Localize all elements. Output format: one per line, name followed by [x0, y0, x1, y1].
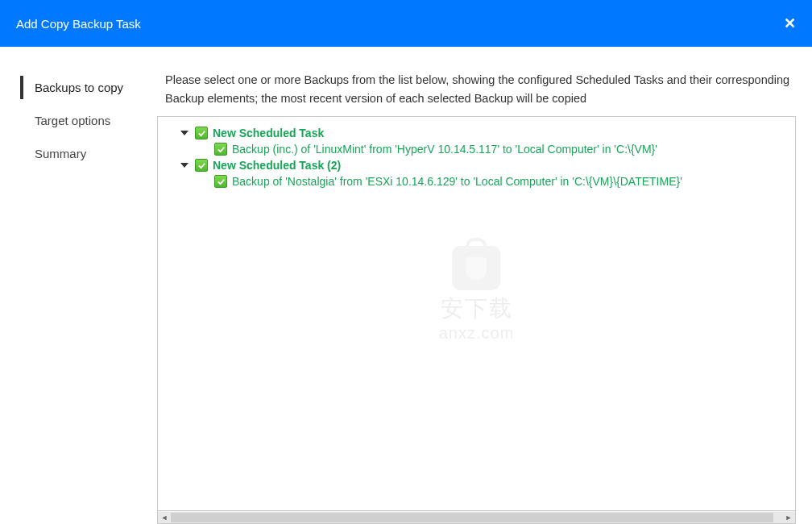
dialog-header: Add Copy Backup Task ✕ [0, 0, 812, 47]
watermark-en: anxz.com [439, 324, 515, 343]
sidebar-item-label: Backups to copy [35, 81, 123, 94]
scroll-track[interactable] [171, 512, 782, 523]
tree-task-label: New Scheduled Task [213, 127, 324, 139]
watermark: 安下载 anxz.com [439, 246, 515, 343]
sidebar-item-label: Summary [35, 147, 86, 160]
tree-backup-node[interactable]: Backup of 'Nostalgia' from 'ESXi 10.14.6… [214, 173, 787, 189]
scroll-thumb[interactable] [171, 513, 773, 522]
sidebar-item-summary[interactable]: Summary [20, 137, 157, 170]
tree-backup-node[interactable]: Backup (inc.) of 'LinuxMint' from 'Hyper… [214, 141, 787, 157]
expand-arrow-icon[interactable] [180, 131, 188, 135]
watermark-cn: 安下载 [439, 293, 515, 324]
scroll-left-icon[interactable]: ◄ [158, 512, 171, 523]
checkbox-checked-icon[interactable] [195, 127, 208, 139]
close-icon[interactable]: ✕ [784, 15, 796, 32]
sidebar-item-backups-to-copy[interactable]: Backups to copy [20, 71, 157, 104]
checkbox-checked-icon[interactable] [195, 159, 208, 172]
backup-tree[interactable]: New Scheduled Task Backup (inc.) of 'Lin… [157, 116, 796, 511]
tree-backup-label: Backup (inc.) of 'LinuxMint' from 'Hyper… [232, 143, 657, 156]
sidebar-item-label: Target options [35, 114, 110, 127]
expand-arrow-icon[interactable] [180, 163, 188, 168]
dialog-title: Add Copy Backup Task [16, 17, 141, 31]
tree-task-label: New Scheduled Task (2) [213, 159, 341, 172]
checkbox-checked-icon[interactable] [214, 143, 227, 156]
main-panel: Please select one or more Backups from t… [157, 71, 812, 524]
scroll-right-icon[interactable]: ► [782, 512, 795, 523]
horizontal-scrollbar[interactable]: ◄ ► [157, 511, 796, 524]
tree-task-node[interactable]: New Scheduled Task [180, 125, 787, 141]
tree-backup-label: Backup of 'Nostalgia' from 'ESXi 10.14.6… [232, 175, 682, 188]
sidebar-item-target-options[interactable]: Target options [20, 104, 157, 137]
checkbox-checked-icon[interactable] [214, 175, 227, 188]
dialog-body: Backups to copy Target options Summary P… [0, 47, 812, 524]
wizard-sidebar: Backups to copy Target options Summary [0, 71, 157, 524]
instruction-text: Please select one or more Backups from t… [157, 71, 796, 108]
tree-task-node[interactable]: New Scheduled Task (2) [180, 157, 787, 173]
watermark-lock-icon [453, 246, 501, 290]
